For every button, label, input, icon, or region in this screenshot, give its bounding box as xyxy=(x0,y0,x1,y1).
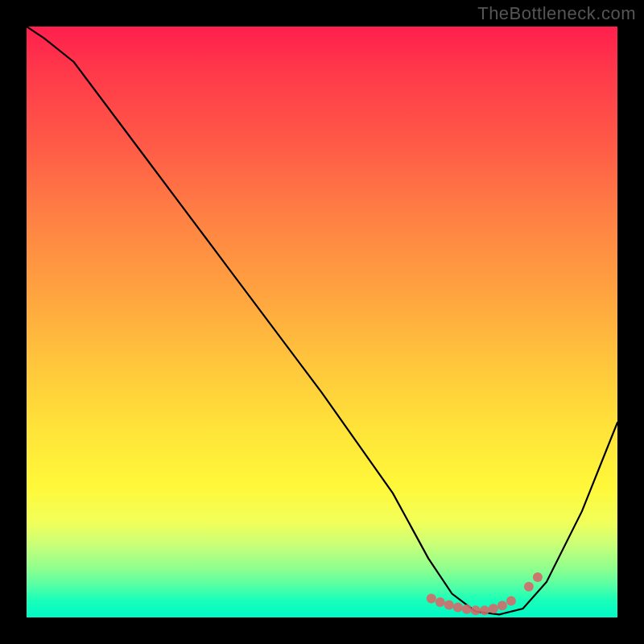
bottleneck-curve-line xyxy=(27,27,617,614)
optimal-marker xyxy=(506,596,516,605)
optimal-marker xyxy=(471,605,481,615)
optimal-marker xyxy=(497,601,507,610)
optimal-marker xyxy=(436,597,445,607)
optimal-marker xyxy=(444,601,454,610)
optimal-marker-group xyxy=(427,572,543,615)
optimal-marker xyxy=(489,604,498,613)
curve-layer xyxy=(27,27,617,617)
plot-area xyxy=(27,27,617,617)
optimal-marker xyxy=(453,603,463,613)
optimal-marker xyxy=(524,582,534,592)
optimal-marker xyxy=(462,605,472,614)
optimal-marker xyxy=(427,594,436,604)
optimal-marker xyxy=(533,572,543,582)
watermark-text: TheBottleneck.com xyxy=(477,3,636,24)
optimal-marker xyxy=(480,605,489,615)
chart-frame: TheBottleneck.com xyxy=(0,0,644,644)
